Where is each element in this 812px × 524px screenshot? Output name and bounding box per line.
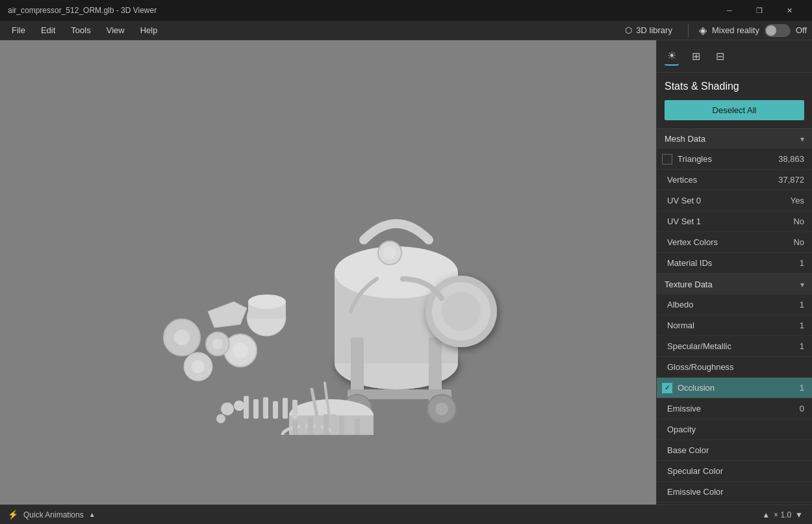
panel-title: Stats & Shading — [657, 73, 812, 98]
close-button[interactable]: ✕ — [774, 0, 804, 21]
svg-point-9 — [435, 402, 448, 415]
table-row: Vertex Colors No — [657, 232, 812, 253]
menubar: File Edit Tools View Help ⬡ 3D library ◈… — [0, 21, 812, 40]
mixed-reality-control: ◈ Mixed reality Off — [699, 24, 807, 37]
svg-point-21 — [212, 339, 223, 349]
table-row[interactable]: Triangles 38,863 — [657, 149, 812, 170]
row-value: 1 — [800, 341, 804, 351]
table-row: UV Set 1 No — [657, 211, 812, 232]
library-button[interactable]: ⬡ 3D library — [620, 23, 678, 38]
row-label: UV Set 0 — [667, 196, 791, 205]
svg-point-19 — [233, 343, 248, 358]
mesh-data-header[interactable]: Mesh Data ▾ — [657, 128, 812, 149]
animations-icon: ⚡ — [8, 510, 18, 519]
menu-help[interactable]: Help — [134, 23, 164, 38]
titlebar: air_compressor_512_ORM.glb - 3D Viewer ─… — [0, 0, 812, 21]
table-row: Vertices 37,872 — [657, 170, 812, 190]
row-value: 1 — [800, 258, 804, 268]
table-row: Gloss/Roughness — [657, 357, 812, 378]
svg-rect-32 — [273, 401, 278, 419]
table-row: UV Set 0 Yes — [657, 190, 812, 211]
svg-rect-44 — [324, 414, 329, 435]
grid-icon[interactable]: ⊞ — [689, 47, 703, 65]
row-value: No — [793, 216, 804, 226]
right-panel: ☀ ⊞ ⊟ Stats & Shading Deselect All Mesh … — [656, 40, 812, 504]
table-row: Emissive 0 — [657, 399, 812, 419]
table-row[interactable]: Occlusion 1 — [657, 378, 812, 399]
svg-rect-30 — [253, 399, 259, 419]
menu-file[interactable]: File — [5, 23, 32, 38]
svg-point-38 — [216, 414, 225, 423]
texture-data-chevron: ▾ — [800, 280, 804, 289]
table-row: Specular Color — [657, 461, 812, 482]
menu-edit[interactable]: Edit — [34, 23, 62, 38]
mesh-data-chevron: ▾ — [800, 135, 804, 144]
table-row: Specular/Metallic 1 — [657, 336, 812, 357]
svg-point-28 — [248, 295, 286, 309]
row-value: 38,863 — [778, 154, 804, 164]
menu-tools[interactable]: Tools — [64, 23, 97, 38]
svg-point-12 — [442, 292, 481, 331]
row-label: Gloss/Roughness — [667, 362, 804, 372]
menu-view[interactable]: View — [100, 23, 131, 38]
row-value: 0 — [800, 404, 804, 413]
row-label: UV Set 1 — [667, 216, 793, 226]
zoom-value: × 1.0 — [774, 510, 791, 519]
svg-rect-48 — [355, 419, 360, 435]
texture-data-header[interactable]: Texture Data ▾ — [657, 274, 812, 295]
row-label: Material IDs — [667, 258, 800, 268]
svg-point-23 — [192, 360, 205, 373]
titlebar-title: air_compressor_512_ORM.glb - 3D Viewer — [8, 6, 715, 15]
svg-point-37 — [234, 400, 244, 411]
row-label: Occlusion — [678, 383, 800, 393]
svg-rect-40 — [292, 421, 298, 435]
library-icon: ⬡ — [625, 25, 632, 35]
row-value: 1 — [800, 383, 804, 393]
row-value: 1 — [800, 321, 804, 330]
table-row: Albedo 1 — [657, 295, 812, 315]
mixed-reality-toggle[interactable] — [765, 24, 791, 37]
zoom-up-arrow[interactable]: ▲ — [761, 510, 771, 519]
table-row: Material IDs 1 — [657, 253, 812, 274]
svg-rect-34 — [292, 400, 298, 419]
texture-data-rows: Albedo 1 Normal 1 Specular/Metallic 1 Gl… — [657, 295, 812, 503]
zoom-down-arrow[interactable]: ▼ — [794, 510, 804, 519]
svg-point-25 — [174, 330, 190, 345]
row-label: Vertices — [667, 175, 778, 185]
row-label: Normal — [667, 321, 800, 330]
minimize-button[interactable]: ─ — [715, 0, 744, 21]
svg-rect-43 — [316, 415, 321, 435]
row-label: Albedo — [667, 300, 800, 309]
titlebar-controls: ─ ❐ ✕ — [715, 0, 804, 21]
mesh-data-rows: Triangles 38,863 Vertices 37,872 UV Set … — [657, 149, 812, 274]
row-label: Emissive Color — [667, 487, 804, 497]
main-content: ☀ ⊞ ⊟ Stats & Shading Deselect All Mesh … — [0, 40, 812, 504]
svg-point-36 — [221, 402, 234, 415]
row-value: 1 — [800, 300, 804, 309]
library-label: 3D library — [636, 25, 672, 35]
svg-rect-47 — [347, 417, 352, 435]
row-value: Yes — [791, 196, 804, 205]
deselect-all-button[interactable]: Deselect All — [665, 100, 804, 120]
apps-icon[interactable]: ⊟ — [713, 47, 727, 65]
separator — [688, 24, 689, 37]
row-label: Specular/Metallic — [667, 341, 800, 351]
quick-animations-button[interactable]: Quick Animations — [23, 510, 84, 519]
table-row: Emissive Color — [657, 482, 812, 503]
viewport[interactable] — [0, 40, 656, 504]
panel-toolbar: ☀ ⊞ ⊟ — [657, 40, 812, 73]
chevron-up-icon: ▲ — [89, 511, 95, 518]
sun-icon[interactable]: ☀ — [665, 47, 679, 66]
svg-rect-29 — [244, 396, 249, 419]
row-label: Triangles — [678, 154, 778, 164]
toggle-knob — [766, 25, 776, 36]
restore-button[interactable]: ❐ — [744, 0, 774, 21]
mesh-data-title: Mesh Data — [665, 134, 705, 144]
svg-rect-33 — [283, 398, 288, 419]
occlusion-checkbox[interactable] — [662, 383, 672, 393]
triangles-checkbox[interactable] — [662, 154, 672, 164]
row-label: Specular Color — [667, 466, 804, 476]
svg-rect-42 — [308, 417, 313, 435]
row-value: No — [793, 237, 804, 247]
model-svg — [78, 110, 533, 435]
